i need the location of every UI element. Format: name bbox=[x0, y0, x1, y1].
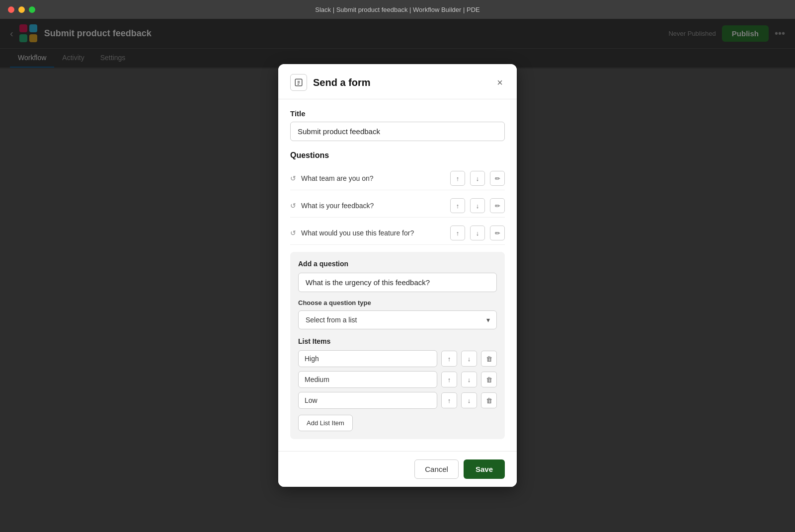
list-item-input-medium[interactable] bbox=[298, 371, 437, 388]
questions-section-title: Questions bbox=[290, 151, 505, 160]
app-background: ‹ Submit product feedback Never Publishe… bbox=[0, 19, 795, 532]
list-item-up-medium[interactable]: ↑ bbox=[441, 372, 457, 387]
title-bar: Slack | Submit product feedback | Workfl… bbox=[0, 0, 795, 19]
question-down-button-1[interactable]: ↓ bbox=[470, 171, 485, 186]
question-type-select-wrapper: Select from a list Short answer Long ans… bbox=[298, 310, 497, 329]
list-items-container: ↑ ↓ 🗑 ↑ ↓ 🗑 bbox=[298, 350, 497, 409]
question-item: ↺ What would you use this feature for? ↑… bbox=[290, 222, 505, 245]
modal-header-icon bbox=[290, 74, 307, 91]
title-field-label: Title bbox=[290, 109, 505, 118]
question-down-button-2[interactable]: ↓ bbox=[470, 198, 485, 213]
question-up-button-3[interactable]: ↑ bbox=[450, 226, 465, 240]
list-item-down-medium[interactable]: ↓ bbox=[461, 372, 477, 387]
list-item-down-low[interactable]: ↓ bbox=[461, 392, 477, 408]
modal-footer: Cancel Save bbox=[278, 451, 517, 487]
question-text-2: What is your feedback? bbox=[301, 202, 445, 210]
question-edit-button-1[interactable]: ✏ bbox=[490, 171, 505, 186]
add-question-box: Add a question Choose a question type Se… bbox=[290, 252, 505, 439]
modal: Send a form × Title Questions ↺ What tea… bbox=[278, 64, 517, 487]
list-item-delete-low[interactable]: 🗑 bbox=[481, 392, 497, 408]
list-item-up-high[interactable]: ↑ bbox=[441, 351, 457, 367]
list-item-delete-medium[interactable]: 🗑 bbox=[481, 372, 497, 387]
question-item: ↺ What is your feedback? ↑ ↓ ✏ bbox=[290, 194, 505, 218]
modal-header: Send a form × bbox=[278, 64, 517, 99]
list-item-row: ↑ ↓ 🗑 bbox=[298, 350, 497, 367]
modal-title: Send a form bbox=[313, 77, 495, 88]
title-field-group: Title bbox=[290, 109, 505, 141]
list-item-input-low[interactable] bbox=[298, 392, 437, 409]
minimize-button[interactable] bbox=[18, 6, 25, 13]
question-input[interactable] bbox=[298, 273, 497, 292]
question-text-3: What would you use this feature for? bbox=[301, 229, 445, 237]
modal-body: Title Questions ↺ What team are you on? … bbox=[278, 99, 517, 451]
question-item: ↺ What team are you on? ↑ ↓ ✏ bbox=[290, 167, 505, 190]
question-up-button-2[interactable]: ↑ bbox=[450, 198, 465, 213]
list-item-row: ↑ ↓ 🗑 bbox=[298, 392, 497, 409]
list-item-input-high[interactable] bbox=[298, 350, 437, 367]
questions-list: ↺ What team are you on? ↑ ↓ ✏ ↺ What is … bbox=[290, 167, 505, 245]
choose-type-label: Choose a question type bbox=[298, 299, 497, 306]
maximize-button[interactable] bbox=[29, 6, 35, 13]
window-title: Slack | Submit product feedback | Workfl… bbox=[315, 6, 479, 13]
question-text-1: What team are you on? bbox=[301, 174, 445, 182]
save-button[interactable]: Save bbox=[464, 459, 505, 479]
question-edit-button-3[interactable]: ✏ bbox=[490, 226, 505, 240]
list-item-up-low[interactable]: ↑ bbox=[441, 392, 457, 408]
add-question-label: Add a question bbox=[298, 260, 497, 268]
list-items-label: List Items bbox=[298, 337, 497, 345]
title-input[interactable] bbox=[290, 122, 505, 141]
question-up-button-1[interactable]: ↑ bbox=[450, 171, 465, 186]
list-item-delete-high[interactable]: 🗑 bbox=[481, 351, 497, 367]
question-edit-button-2[interactable]: ✏ bbox=[490, 198, 505, 213]
traffic-lights bbox=[8, 6, 35, 13]
cancel-button[interactable]: Cancel bbox=[414, 459, 459, 479]
question-repeat-icon-1: ↺ bbox=[290, 174, 296, 182]
question-down-button-3[interactable]: ↓ bbox=[470, 226, 485, 240]
list-item-row: ↑ ↓ 🗑 bbox=[298, 371, 497, 388]
list-item-down-high[interactable]: ↓ bbox=[461, 351, 477, 367]
question-type-select[interactable]: Select from a list Short answer Long ans… bbox=[298, 310, 497, 329]
modal-close-button[interactable]: × bbox=[495, 75, 505, 90]
question-repeat-icon-3: ↺ bbox=[290, 229, 296, 237]
close-button[interactable] bbox=[8, 6, 14, 13]
add-list-item-button[interactable]: Add List Item bbox=[298, 415, 353, 431]
question-repeat-icon-2: ↺ bbox=[290, 202, 296, 210]
modal-overlay: Send a form × Title Questions ↺ What tea… bbox=[0, 19, 795, 532]
